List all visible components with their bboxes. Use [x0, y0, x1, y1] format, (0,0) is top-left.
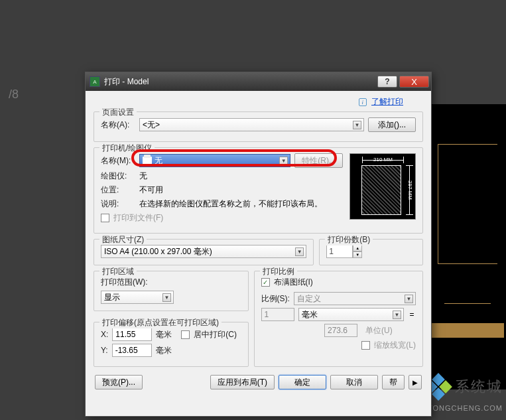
scale-lineweights-checkbox — [361, 341, 370, 350]
fit-paper-checkbox[interactable]: ✓ — [261, 278, 270, 287]
print-area-legend: 打印区域 — [99, 266, 137, 277]
bg-slash8: /8 — [9, 88, 19, 102]
spinner-down-icon: ▼ — [353, 251, 362, 258]
cad-line — [431, 323, 504, 338]
scale-ratio-label: 比例(S): — [261, 293, 290, 305]
copies-spinner: ▲ ▼ — [326, 245, 416, 258]
scale-num-input — [261, 308, 294, 321]
page-setup-name-combo[interactable]: <无> ▼ — [139, 118, 364, 131]
printer-name-combo[interactable]: 无 ▼ — [139, 154, 290, 167]
print-to-file-label: 打印到文件(F) — [113, 212, 163, 224]
printer-properties-button: 特性(R)... — [294, 153, 343, 168]
where-value: 不可用 — [139, 184, 163, 196]
chevron-down-icon: ▼ — [162, 293, 171, 302]
copies-legend: 打印份数(B) — [325, 234, 373, 245]
desc-value: 在选择新的绘图仪配置名称之前，不能打印该布局。 — [139, 198, 322, 210]
scale-legend: 打印比例 — [260, 266, 297, 277]
titlebar[interactable]: A 打印 - Model ? X — [86, 72, 431, 91]
app-icon: A — [90, 76, 100, 87]
preview-width-rule: 210 MM — [362, 157, 404, 163]
ok-button[interactable]: 确定 — [279, 375, 326, 389]
chevron-down-icon: ▼ — [353, 121, 361, 129]
printer-legend: 打印机/绘图仪 — [99, 143, 155, 154]
paper-size-legend: 图纸尺寸(Z) — [99, 234, 147, 245]
paper-size-value: ISO A4 (210.00 x 297.00 毫米) — [104, 246, 212, 257]
scale-ratio-value: 自定义 — [297, 293, 321, 305]
learn-print-link[interactable]: 了解打印 — [371, 97, 403, 106]
print-range-combo[interactable]: 显示 ▼ — [101, 291, 174, 304]
titlebar-close-button[interactable]: X — [399, 76, 429, 88]
offset-group: 打印偏移(原点设置在可打印区域) X: 毫米 居中打印(C) Y: 毫米 — [94, 322, 249, 367]
dialog-title: 打印 - Model — [104, 76, 377, 88]
center-print-label: 居中打印(C) — [194, 329, 237, 340]
page-setup-name-value: <无> — [143, 119, 160, 131]
print-to-file-checkbox — [101, 214, 109, 222]
chevron-down-icon: ▼ — [405, 295, 413, 303]
page-setup-group: 页面设置 名称(A): <无> ▼ 添加()... — [94, 111, 423, 142]
cad-line — [438, 263, 497, 264]
cancel-button[interactable]: 取消 — [330, 375, 378, 389]
scale-lineweights-label: 缩放线宽(L) — [374, 340, 416, 351]
apply-layout-button[interactable]: 应用到布局(T) — [210, 375, 275, 389]
chevron-down-icon: ▼ — [295, 247, 304, 256]
printer-name-value: 无 — [155, 155, 162, 167]
offset-x-input[interactable] — [112, 328, 152, 341]
scale-ratio-combo: 自定义 ▼ — [294, 292, 416, 305]
print-dialog: A 打印 - Model ? X i 了解打印 页面设置 名称(A): <无> … — [85, 72, 432, 417]
scale-group: 打印比例 ✓ 布满图纸(I) 比例(S): 自定义 ▼ 毫米 ▼ — [254, 271, 424, 367]
offset-y-input[interactable] — [112, 344, 152, 357]
printer-name-label: 名称(M): — [101, 155, 135, 167]
cad-line — [438, 144, 497, 145]
info-icon: i — [359, 98, 367, 106]
page-setup-add-button[interactable]: 添加()... — [368, 117, 416, 132]
offset-legend: 打印偏移(原点设置在可打印区域) — [99, 317, 221, 328]
copies-input — [326, 245, 353, 258]
plotter-label: 绘图仪: — [101, 171, 135, 182]
page-setup-name-label: 名称(A): — [101, 119, 135, 131]
watermark-text: 系统城 — [455, 377, 503, 397]
print-area-group: 打印区域 打印范围(W): 显示 ▼ — [94, 271, 249, 311]
chevron-down-icon: ▼ — [393, 311, 401, 319]
help-button[interactable]: 帮 — [382, 375, 405, 389]
cad-canvas — [431, 104, 506, 389]
preview-height-rule: 297 MM — [406, 165, 413, 215]
print-range-label: 打印范围(W): — [101, 277, 241, 288]
copies-group: 打印份数(B) ▲ ▼ — [319, 239, 423, 265]
watermark: 系统城 — [425, 374, 503, 400]
cad-line — [444, 303, 491, 304]
printer-icon — [143, 157, 152, 165]
offset-x-unit: 毫米 — [156, 329, 172, 340]
print-range-value: 显示 — [104, 292, 120, 303]
page-setup-legend: 页面设置 — [99, 107, 137, 118]
plotter-value: 无 — [139, 171, 147, 182]
watermark-url: XITONGCHENG.COM — [420, 404, 503, 412]
offset-x-label: X: — [101, 330, 108, 339]
expand-button[interactable]: ▶ — [409, 375, 422, 389]
chevron-down-icon: ▼ — [279, 157, 288, 165]
scale-denom-input — [324, 324, 357, 337]
paper-size-combo[interactable]: ISO A4 (210.00 x 297.00 毫米) ▼ — [101, 245, 306, 258]
preview-sheet-icon — [361, 165, 401, 215]
desc-label: 说明: — [101, 198, 135, 210]
where-label: 位置: — [101, 184, 135, 196]
paper-preview: 210 MM 297 MM — [349, 153, 416, 220]
offset-y-unit: 毫米 — [156, 345, 172, 356]
equals-icon: = — [408, 310, 416, 319]
offset-y-label: Y: — [101, 346, 108, 355]
printer-group: 打印机/绘图仪 名称(M): 无 ▼ 特性(R)... 绘图仪: 无 — [94, 147, 423, 234]
titlebar-help-button[interactable]: ? — [377, 76, 397, 88]
preview-button[interactable]: 预览(P)... — [95, 375, 143, 389]
fit-paper-label: 布满图纸(I) — [274, 277, 313, 288]
center-print-checkbox[interactable] — [181, 330, 190, 339]
scale-denom-unit: 单位(U) — [361, 325, 416, 336]
cad-line — [438, 144, 438, 263]
scale-unit-value: 毫米 — [302, 309, 318, 320]
spinner-up-icon: ▲ — [353, 245, 362, 251]
paper-size-group: 图纸尺寸(Z) ISO A4 (210.00 x 297.00 毫米) ▼ — [94, 239, 314, 265]
scale-unit-combo[interactable]: 毫米 ▼ — [298, 308, 405, 321]
